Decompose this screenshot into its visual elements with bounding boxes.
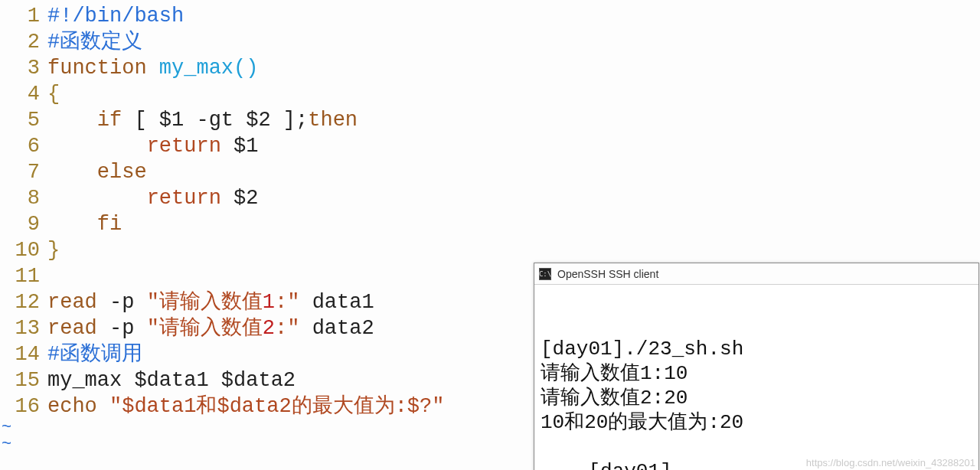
code-content[interactable]: else <box>47 159 980 185</box>
code-content[interactable]: return $1 <box>47 133 980 159</box>
code-line[interactable]: 1#!/bin/bash <box>0 3 980 29</box>
code-content[interactable]: { <box>47 81 980 107</box>
terminal-line: 10和20的最大值为:20 <box>541 410 972 435</box>
terminal-title-text: OpenSSH SSH client <box>557 268 658 280</box>
code-line[interactable]: 4{ <box>0 81 980 107</box>
code-line[interactable]: 6 return $1 <box>0 133 980 159</box>
line-number: 12 <box>0 289 47 315</box>
code-line[interactable]: 8 return $2 <box>0 185 980 211</box>
code-content[interactable]: function my_max() <box>47 55 980 81</box>
code-line[interactable]: 10} <box>0 237 980 263</box>
terminal-output[interactable]: [day01]./23_sh.sh请输入数值1:10请输入数值2:2010和20… <box>534 285 978 470</box>
line-number: 4 <box>0 81 47 107</box>
line-number: 6 <box>0 133 47 159</box>
line-number: 1 <box>0 3 47 29</box>
terminal-line: 请输入数值1:10 <box>541 361 972 386</box>
line-number: 16 <box>0 393 47 419</box>
line-number: 8 <box>0 185 47 211</box>
line-number: 11 <box>0 263 47 289</box>
line-number: 7 <box>0 159 47 185</box>
line-number: 5 <box>0 107 47 133</box>
code-line[interactable]: 9 fi <box>0 211 980 237</box>
terminal-window[interactable]: C:\ OpenSSH SSH client [day01]./23_sh.sh… <box>534 263 979 470</box>
terminal-line: 请输入数值2:20 <box>541 386 972 410</box>
code-line[interactable]: 5 if [ $1 -gt $2 ];then <box>0 107 980 133</box>
code-content[interactable]: } <box>47 237 980 263</box>
terminal-line: [day01]./23_sh.sh <box>541 337 972 361</box>
terminal-icon: C:\ <box>539 268 551 280</box>
code-content[interactable]: return $2 <box>47 185 980 211</box>
terminal-titlebar[interactable]: C:\ OpenSSH SSH client <box>534 263 978 285</box>
terminal-prompt: [day01] <box>588 460 671 470</box>
line-number: 2 <box>0 29 47 55</box>
code-line[interactable]: 3function my_max() <box>0 55 980 81</box>
line-number: 13 <box>0 315 47 341</box>
line-number: 10 <box>0 237 47 263</box>
code-content[interactable]: #!/bin/bash <box>47 3 980 29</box>
line-number: 14 <box>0 341 47 367</box>
code-content[interactable]: fi <box>47 211 980 237</box>
code-content[interactable]: if [ $1 -gt $2 ];then <box>47 107 980 133</box>
code-line[interactable]: 7 else <box>0 159 980 185</box>
code-content[interactable]: #函数定义 <box>47 29 980 55</box>
line-number: 15 <box>0 367 47 393</box>
code-line[interactable]: 2#函数定义 <box>0 29 980 55</box>
watermark: https://blog.csdn.net/weixin_43288201 <box>806 457 975 468</box>
line-number: 3 <box>0 55 47 81</box>
line-number: 9 <box>0 211 47 237</box>
